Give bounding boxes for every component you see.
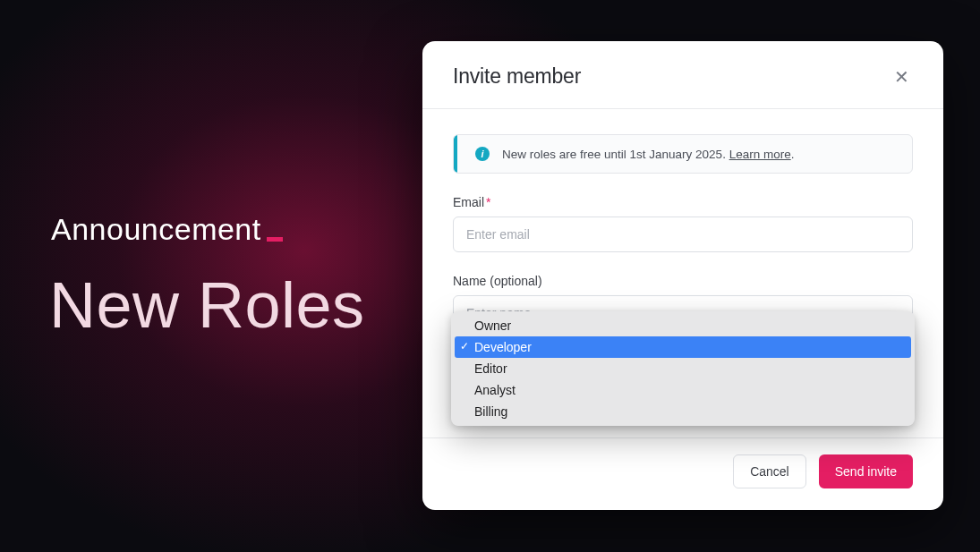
banner-text: New roles are free until 1st January 202… bbox=[502, 148, 794, 161]
cursor-accent-icon bbox=[267, 237, 283, 242]
name-label: Name (optional) bbox=[453, 274, 913, 288]
role-option-editor[interactable]: Editor bbox=[455, 358, 911, 379]
email-label: Email* bbox=[453, 195, 913, 209]
modal-footer: Cancel Send invite bbox=[422, 437, 943, 510]
modal-body: i New roles are free until 1st January 2… bbox=[422, 109, 943, 437]
cancel-button[interactable]: Cancel bbox=[733, 454, 806, 488]
role-option-billing[interactable]: Billing bbox=[455, 401, 911, 422]
learn-more-link[interactable]: Learn more bbox=[729, 148, 791, 161]
info-icon: i bbox=[475, 147, 490, 161]
name-label-text: Name (optional) bbox=[453, 274, 542, 288]
info-banner: i New roles are free until 1st January 2… bbox=[453, 134, 913, 174]
send-invite-button[interactable]: Send invite bbox=[819, 454, 913, 488]
announcement-stage: Announcement New Roles Invite member ✕ i… bbox=[0, 0, 980, 552]
role-option-owner[interactable]: Owner bbox=[455, 315, 911, 336]
email-field-group: Email* bbox=[453, 195, 913, 252]
email-input[interactable] bbox=[453, 217, 913, 252]
role-option-developer[interactable]: Developer bbox=[455, 336, 911, 358]
close-icon: ✕ bbox=[894, 67, 909, 87]
role-option-analyst[interactable]: Analyst bbox=[455, 379, 911, 401]
banner-accent-stripe bbox=[454, 135, 457, 173]
announcement-title: New Roles bbox=[49, 268, 365, 342]
close-button[interactable]: ✕ bbox=[890, 65, 913, 89]
announcement-eyebrow: Announcement bbox=[51, 212, 283, 247]
banner-text-before: New roles are free until 1st January 202… bbox=[502, 148, 729, 161]
modal-header: Invite member ✕ bbox=[422, 41, 943, 109]
role-options-dropdown[interactable]: OwnerDeveloperEditorAnalystBilling bbox=[451, 311, 915, 426]
invite-member-modal: Invite member ✕ i New roles are free unt… bbox=[422, 41, 943, 510]
required-mark: * bbox=[486, 195, 490, 209]
eyebrow-text: Announcement bbox=[51, 212, 261, 247]
banner-text-after: . bbox=[791, 148, 795, 161]
modal-title: Invite member bbox=[453, 64, 581, 89]
email-label-text: Email bbox=[453, 195, 484, 209]
